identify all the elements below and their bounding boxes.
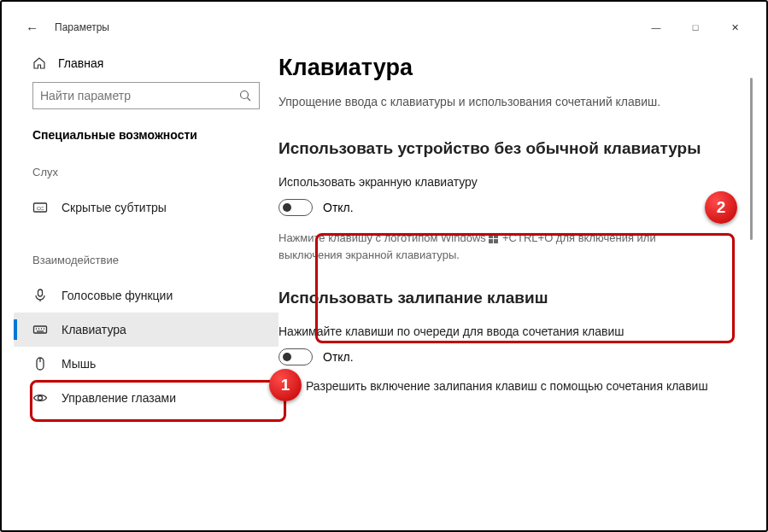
nav-label: Скрытые субтитры: [62, 201, 167, 214]
nav-label: Мышь: [62, 357, 96, 371]
titlebar: ← Параметры — □ ✕: [14, 14, 754, 41]
category-hearing: Слух: [14, 161, 278, 190]
svg-rect-17: [494, 239, 498, 243]
section-heading-sticky: Использовать залипание клавиш: [278, 289, 720, 307]
section-heading-osk: Использовать устройство без обычной клав…: [278, 139, 720, 158]
sticky-setting-label: Нажимайте клавиши по очереди для ввода с…: [278, 324, 720, 338]
mouse-icon: [32, 356, 48, 371]
sidebar-item-mouse[interactable]: Мышь: [14, 347, 278, 381]
microphone-icon: [32, 288, 48, 303]
search-field[interactable]: [40, 89, 238, 102]
svg-line-1: [248, 98, 251, 102]
nav-label: Клавиатура: [62, 323, 126, 336]
nav-label: Голосовые функции: [62, 289, 173, 302]
cc-icon: CC: [32, 200, 48, 215]
svg-rect-16: [489, 239, 493, 243]
svg-point-0: [241, 91, 249, 99]
window-title: Параметры: [55, 21, 109, 33]
search-input[interactable]: [32, 82, 260, 109]
maximize-button[interactable]: □: [676, 14, 715, 41]
content-pane: Клавиатура Упрощение ввода с клавиатуры …: [278, 41, 754, 518]
minimize-button[interactable]: —: [636, 14, 676, 41]
nav-label: Управление глазами: [62, 391, 176, 405]
osk-toggle-state: Откл.: [323, 201, 354, 214]
osk-toggle[interactable]: [278, 199, 313, 216]
page-title: Клавиатура: [278, 55, 720, 81]
svg-rect-4: [38, 289, 43, 296]
sidebar: Главная Специальные возможности Слух CC …: [14, 41, 278, 518]
osk-setting-label: Использовать экранную клавиатуру: [278, 175, 720, 189]
sticky-toggle-state: Откл.: [323, 350, 354, 364]
sticky-shortcut-label: Разрешить включение залипания клавиш с п…: [306, 379, 708, 393]
page-subtitle: Упрощение ввода с клавиатуры и использов…: [278, 95, 720, 108]
close-button[interactable]: ✕: [715, 14, 754, 41]
svg-rect-14: [489, 234, 493, 238]
sidebar-item-keyboard[interactable]: Клавиатура: [14, 313, 278, 347]
home-link[interactable]: Главная: [14, 50, 278, 82]
home-label: Главная: [58, 56, 103, 70]
svg-rect-15: [494, 234, 498, 238]
keyboard-icon: [32, 322, 48, 337]
svg-point-13: [38, 396, 43, 400]
sticky-toggle[interactable]: [278, 348, 313, 365]
window-controls: — □ ✕: [636, 14, 754, 41]
scrollbar[interactable]: [750, 78, 753, 240]
svg-text:CC: CC: [37, 206, 44, 211]
search-icon: [238, 89, 252, 102]
eye-icon: [32, 390, 48, 406]
sidebar-item-closed-captions[interactable]: CC Скрытые субтитры: [14, 190, 278, 225]
osk-hint: Нажмите клавишу с логотипом Windows +CTR…: [278, 230, 680, 263]
sidebar-item-eye-control[interactable]: Управление глазами: [14, 381, 278, 415]
sticky-shortcut-checkbox[interactable]: ✓: [278, 379, 296, 396]
back-button[interactable]: ←: [26, 20, 43, 35]
svg-rect-5: [34, 326, 47, 333]
sidebar-item-speech[interactable]: Голосовые функции: [14, 278, 278, 313]
category-interaction: Взаимодействие: [14, 248, 278, 278]
home-icon: [32, 56, 46, 70]
windows-logo-icon: [489, 234, 499, 244]
settings-group-title: Специальные возможности: [14, 125, 278, 161]
